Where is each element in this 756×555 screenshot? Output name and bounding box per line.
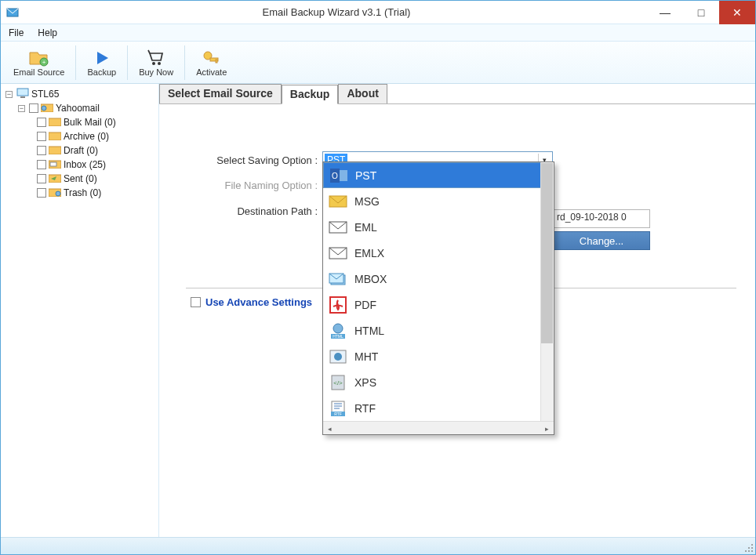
toolbar: + Email Source Backup Buy Now Activate [1, 42, 755, 84]
dropdown-hscroll[interactable]: ◂ ▸ [323, 421, 554, 434]
tree-root[interactable]: − STL65 [4, 87, 158, 101]
scrollbar-thumb[interactable] [541, 163, 553, 343]
svg-rect-14 [49, 147, 61, 154]
tabs: Select Email Source Backup About [159, 84, 755, 104]
dropdown-item-pst[interactable]: O PST [323, 162, 554, 188]
buy-now-button[interactable]: Buy Now [131, 42, 181, 83]
tree-folder[interactable]: Sent (0) [4, 172, 158, 186]
app-icon [5, 5, 21, 20]
change-button[interactable]: Change... [553, 231, 650, 250]
dropdown-item-label: PDF [354, 299, 376, 311]
dropdown-item-label: MBOX [354, 273, 387, 285]
checkbox[interactable] [37, 118, 46, 127]
close-button[interactable]: ✕ [719, 1, 755, 24]
svg-point-33 [334, 353, 342, 361]
svg-point-29 [333, 324, 343, 333]
svg-point-19 [56, 191, 60, 196]
tree-folder-label: Archive (0) [64, 131, 109, 142]
tree-folder-label: Inbox (25) [64, 159, 106, 170]
toolbar-divider [75, 45, 76, 80]
dropdown-scrollbar[interactable] [540, 162, 554, 421]
dropdown-item-mht[interactable]: MHT [323, 343, 554, 369]
dropdown-item-label: EML [354, 221, 377, 234]
dropdown-item-html[interactable]: HTML HTML [323, 317, 554, 343]
svg-rect-7 [216, 60, 217, 63]
email-source-label: Email Source [13, 67, 64, 77]
tree-folder-label: Bulk Mail (0) [64, 117, 116, 128]
backup-button[interactable]: Backup [79, 42, 124, 83]
tree-account-label: Yahoomail [56, 103, 100, 114]
tree-folder[interactable]: Bulk Mail (0) [4, 115, 158, 129]
envelope-icon [328, 245, 348, 262]
toolbar-divider [127, 45, 128, 80]
naming-option-label: File Naming Option : [186, 180, 322, 191]
menu-file[interactable]: File [9, 27, 24, 38]
advance-checkbox[interactable] [191, 297, 201, 307]
tree-folder-label: Sent (0) [64, 173, 97, 184]
checkbox[interactable] [37, 174, 46, 183]
globe-folder-icon [41, 102, 53, 114]
tree-folder[interactable]: Archive (0) [4, 129, 158, 143]
saving-option-dropdown: O PST MSG EML EMLX [322, 161, 554, 435]
collapse-icon[interactable]: − [5, 91, 13, 98]
svg-rect-16 [50, 162, 56, 166]
svg-text:+: + [42, 59, 45, 66]
svg-point-4 [158, 62, 161, 65]
dropdown-item-label: MHT [354, 350, 378, 363]
email-source-button[interactable]: + Email Source [5, 42, 72, 83]
dropdown-item-label: HTML [354, 325, 384, 337]
checkbox[interactable] [37, 160, 46, 169]
svg-rect-22 [340, 170, 347, 181]
tree-folder[interactable]: Trash (0) [4, 186, 158, 200]
dropdown-item-emlx[interactable]: EMLX [323, 240, 554, 266]
tree-account[interactable]: − Yahoomail [4, 101, 158, 115]
tab-select-email-source[interactable]: Select Email Source [159, 84, 282, 103]
dropdown-item-msg[interactable]: MSG [323, 188, 554, 214]
checkbox[interactable] [29, 103, 38, 113]
collapse-icon[interactable]: − [18, 105, 25, 112]
resize-grip-icon[interactable] [743, 542, 754, 553]
saving-option-label: Select Saving Option : [186, 154, 322, 166]
dropdown-item-label: MSG [354, 195, 380, 208]
rtf-icon: RTF [328, 400, 348, 417]
dropdown-item-pdf[interactable]: PDF [323, 292, 554, 317]
advance-label[interactable]: Use Advance Settings [205, 296, 312, 308]
checkbox[interactable] [37, 188, 46, 198]
buy-now-label: Buy Now [139, 67, 173, 77]
dropdown-item-xps[interactable]: </> XPS [323, 369, 554, 395]
minimize-button[interactable]: — [647, 1, 683, 24]
dropdown-item-rtf[interactable]: RTF RTF [323, 395, 554, 421]
maximize-button[interactable]: □ [683, 1, 719, 24]
checkbox[interactable] [37, 132, 46, 141]
dropdown-item-label: RTF [354, 402, 376, 415]
tab-backup[interactable]: Backup [282, 85, 339, 104]
scroll-right-icon[interactable]: ▸ [540, 422, 554, 435]
window-title: Email Backup Wizard v3.1 (Trial) [26, 6, 647, 18]
svg-point-3 [152, 62, 155, 65]
tree-folder[interactable]: Draft (0) [4, 143, 158, 158]
titlebar: Email Backup Wizard v3.1 (Trial) — □ ✕ [1, 1, 755, 24]
folder-icon [49, 144, 61, 157]
activate-label: Activate [196, 67, 227, 77]
svg-rect-9 [20, 96, 25, 98]
menu-help[interactable]: Help [38, 27, 57, 38]
tree-folder-label: Draft (0) [64, 145, 98, 156]
svg-point-43 [748, 547, 750, 549]
dropdown-item-eml[interactable]: EML [323, 214, 554, 240]
computer-icon [16, 88, 29, 100]
tree-folder-label: Trash (0) [64, 187, 101, 198]
tree-folder[interactable]: Inbox (25) [4, 158, 158, 172]
activate-button[interactable]: Activate [188, 42, 234, 83]
html-icon: HTML [328, 322, 348, 339]
svg-point-46 [748, 550, 750, 552]
tab-about[interactable]: About [338, 84, 387, 103]
backup-label: Backup [87, 67, 116, 77]
checkbox[interactable] [37, 146, 46, 155]
dropdown-item-label: EMLX [354, 247, 384, 259]
scroll-left-icon[interactable]: ◂ [323, 422, 336, 435]
folder-tree: − STL65 − Yahoomail Bulk Mail (0) Archiv… [1, 84, 159, 537]
svg-point-45 [745, 550, 747, 552]
dropdown-item-mbox[interactable]: MBOX [323, 266, 554, 292]
destination-input[interactable]: rd_09-10-2018 0 [553, 209, 650, 228]
dropdown-item-label: PST [355, 169, 376, 182]
